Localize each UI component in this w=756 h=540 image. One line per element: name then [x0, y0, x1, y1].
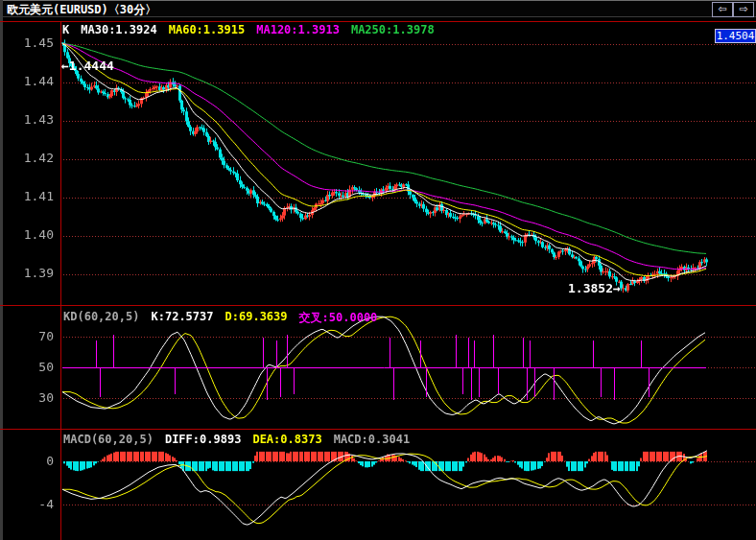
macd-header-seg-1: DIFF:0.9893	[165, 433, 241, 446]
ma-label-1: MA60:1.3915	[169, 23, 245, 36]
next-page-button[interactable]: ⇨	[733, 2, 754, 17]
macd-header-seg-0: MACD(60,20,5)	[63, 433, 154, 446]
kd-header-seg-1: K:72.5737	[151, 310, 213, 326]
prev-page-button[interactable]: ⇦	[712, 2, 733, 17]
axis-tick-label: 1.39	[0, 267, 54, 280]
macd-header-seg-2: DEA:0.8373	[252, 433, 321, 446]
kd-header: KD(60,20,5)K:72.5737D:69.3639交叉:50.0000	[63, 310, 377, 326]
axis-tick-label: 1.45	[0, 36, 54, 50]
ma-label-0: MA30:1.3924	[81, 23, 156, 36]
macd-header-seg-3: MACD:0.3041	[334, 433, 410, 446]
axis-tick-label: 1.44	[0, 75, 54, 88]
kd-header-seg-0: KD(60,20,5)	[63, 310, 139, 326]
ma-label-2: MA120:1.3913	[256, 23, 340, 36]
low-price-annotation: 1.3852→	[568, 281, 621, 295]
axis-tick-label: 0	[0, 455, 54, 468]
last-quote-box: 1.4504	[715, 29, 756, 43]
macd-header: MACD(60,20,5)DIFF:0.9893DEA:0.8373MACD:0…	[63, 433, 410, 446]
axis-tick-label: 1.40	[0, 228, 54, 242]
axis-tick-label: 50	[0, 361, 54, 374]
axis-tick-label: 1.42	[0, 152, 54, 165]
indicator-k-label: K	[62, 23, 69, 36]
ma-label-3: MA250:1.3978	[351, 23, 435, 36]
high-price-annotation: ←1.4444	[61, 59, 114, 73]
title-bar: 欧元美元(EURUSD)〈30分〉	[3, 1, 756, 17]
left-arrow-icon: ⇦	[718, 3, 726, 15]
kd-header-seg-3: 交叉:50.0000	[299, 310, 378, 326]
axis-tick-label: 1.41	[0, 190, 54, 203]
axis-tick-label: -4	[0, 498, 54, 511]
price-ma-header: KMA30:1.3924MA60:1.3915MA120:1.3913MA250…	[62, 23, 435, 36]
axis-tick-label: 70	[0, 330, 54, 343]
right-arrow-icon: ⇨	[739, 3, 747, 15]
chart-window: 欧元美元(EURUSD)〈30分〉 ⇦ ⇨ KMA30:1.3924MA60:1…	[0, 0, 756, 540]
axis-tick-label: 30	[0, 391, 54, 405]
kd-header-seg-2: D:69.3639	[225, 310, 288, 326]
window-title: 欧元美元(EURUSD)〈30分〉	[7, 2, 156, 18]
axis-tick-label: 1.43	[0, 113, 54, 127]
